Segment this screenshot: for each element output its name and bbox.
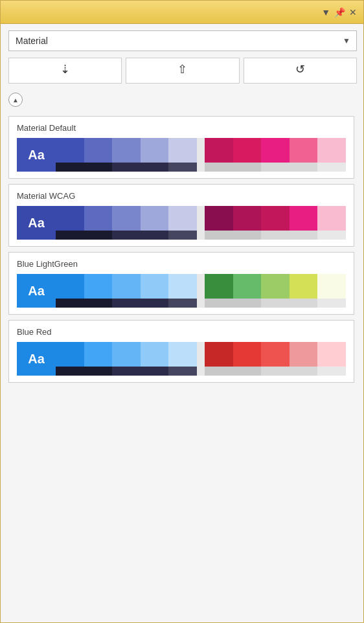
accent-color-block (290, 206, 318, 231)
color-block (56, 342, 84, 367)
dark-color-block (141, 299, 169, 308)
accent-dark-block (205, 367, 233, 376)
accent-color-block (317, 342, 346, 367)
dark-color-block (112, 367, 141, 376)
color-block (84, 342, 113, 367)
accent-color-block (290, 342, 318, 367)
swatch-preview: Aa (17, 274, 346, 308)
color-block (141, 206, 169, 231)
color-block (168, 274, 197, 299)
swatches-list[interactable]: Material DefaultAaMaterial WCAGAaBlue Li… (8, 116, 357, 616)
color-block (112, 274, 141, 299)
chevron-up-icon: ▲ (12, 96, 19, 104)
accent-dark-block (317, 231, 346, 240)
accent-dark-block (261, 367, 290, 376)
swatch-card[interactable]: Blue LightGreenAa (8, 252, 354, 315)
import-style-button[interactable]: ⇣ (8, 58, 122, 84)
accent-color-block (317, 206, 346, 231)
main-window: ▼ 📌 ✕ Material ▼ ⇣ ⇧ (0, 0, 364, 623)
dark-color-block (56, 163, 84, 172)
swatch-name: Blue Red (17, 327, 346, 337)
pin-icon[interactable]: 📌 (334, 7, 345, 17)
accent-dark-block (290, 299, 318, 308)
dark-color-block (141, 163, 169, 172)
accent-color-block (233, 138, 262, 163)
swatch-aa: Aa (17, 138, 56, 172)
accent-dark-block (233, 367, 262, 376)
swatch-preview: Aa (17, 138, 346, 172)
accent-dark-block (290, 367, 318, 376)
accent-dark-block (317, 163, 346, 172)
color-block (56, 206, 84, 231)
dark-color-block (141, 367, 169, 376)
accent-dark-block (205, 163, 233, 172)
accent-dark-block (290, 163, 318, 172)
accent-color-block (205, 206, 233, 231)
accent-dark-block (261, 231, 290, 240)
accent-color-block (317, 138, 346, 163)
export-style-button[interactable]: ⇧ (126, 58, 239, 84)
accent-color-block (317, 274, 346, 299)
color-block (141, 138, 169, 163)
dark-color-block (84, 231, 113, 240)
accent-color-block (233, 206, 262, 231)
swatch-name: Material WCAG (17, 191, 346, 201)
accent-color-block (205, 138, 233, 163)
accent-dark-block (317, 299, 346, 308)
accent-color-block (261, 274, 290, 299)
color-block (112, 138, 141, 163)
accent-color-block (233, 342, 262, 367)
accent-dark-block (317, 367, 346, 376)
minimize-icon[interactable]: ▼ (321, 7, 330, 17)
color-block (141, 342, 169, 367)
accent-color-block (261, 138, 290, 163)
import-icon: ⇣ (60, 63, 70, 75)
color-block (84, 274, 113, 299)
swatch-card[interactable]: Material DefaultAa (8, 116, 354, 179)
toolbar: ⇣ ⇧ ↺ (8, 58, 357, 84)
swatch-aa: Aa (17, 206, 56, 240)
swatch-name: Blue LightGreen (17, 259, 346, 269)
swatch-preview: Aa (17, 342, 346, 376)
accent-dark-block (233, 231, 262, 240)
dark-color-block (141, 231, 169, 240)
dark-color-block (112, 163, 141, 172)
color-block (112, 206, 141, 231)
theme-dropdown[interactable]: Material (8, 30, 357, 51)
color-block (168, 206, 197, 231)
accent-dark-block (261, 163, 290, 172)
color-block (168, 138, 197, 163)
accent-dark-block (205, 299, 233, 308)
color-block (84, 138, 113, 163)
swatches-section-header: ▲ (8, 90, 357, 109)
window-controls: ▼ 📌 ✕ (321, 7, 357, 17)
swatch-preview: Aa (17, 206, 346, 240)
swatch-aa: Aa (17, 342, 56, 376)
accent-color-block (261, 206, 290, 231)
accent-color-block (290, 274, 318, 299)
dark-color-block (84, 163, 113, 172)
theme-dropdown-wrapper: Material ▼ (8, 30, 357, 51)
swatches-toggle-button[interactable]: ▲ (8, 93, 23, 107)
dark-color-block (168, 163, 197, 172)
swatch-card[interactable]: Material WCAGAa (8, 184, 354, 247)
color-block (56, 138, 84, 163)
reset-icon: ↺ (295, 63, 305, 75)
dark-color-block (56, 367, 84, 376)
swatch-name: Material Default (17, 123, 346, 133)
accent-dark-block (233, 299, 262, 308)
close-icon[interactable]: ✕ (349, 7, 357, 17)
reset-button[interactable]: ↺ (244, 58, 357, 84)
accent-dark-block (205, 231, 233, 240)
accent-color-block (261, 342, 290, 367)
dark-color-block (168, 367, 197, 376)
panel-inner: Material ▼ ⇣ ⇧ ↺ (1, 24, 363, 622)
color-block (56, 274, 84, 299)
color-block (168, 342, 197, 367)
swatch-card[interactable]: Blue RedAa (8, 320, 354, 383)
title-bar: ▼ 📌 ✕ (1, 1, 363, 24)
dark-color-block (112, 231, 141, 240)
export-icon: ⇧ (177, 63, 187, 75)
dark-color-block (168, 299, 197, 308)
panel-content: Material ▼ ⇣ ⇧ ↺ (1, 24, 363, 622)
